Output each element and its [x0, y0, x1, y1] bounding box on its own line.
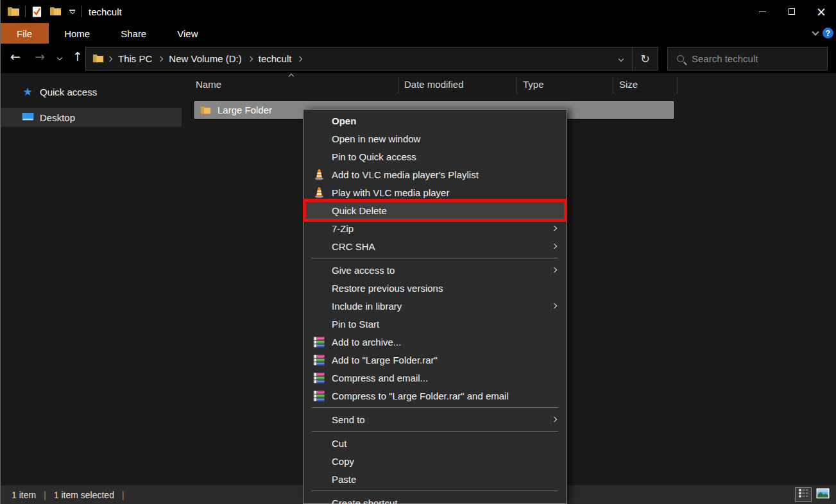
context-menu-item-label: CRC SHA: [332, 241, 375, 252]
context-menu-item-add-to-archive[interactable]: Add to archive...: [303, 333, 567, 351]
breadcrumb-item[interactable]: This PC: [115, 53, 155, 64]
context-menu: OpenOpen in new windowPin to Quick acces…: [303, 109, 567, 504]
context-menu-item-pin-to-quick-access[interactable]: Pin to Quick access: [303, 147, 567, 165]
context-menu-item-7-zip[interactable]: 7-Zip: [303, 219, 567, 237]
column-divider[interactable]: [398, 77, 398, 94]
sidebar-item-desktop[interactable]: Desktop: [0, 108, 182, 127]
help-icon[interactable]: ?: [823, 28, 833, 38]
context-menu-item-open[interactable]: Open: [303, 112, 567, 130]
context-menu-item-compress-to-large-folder-rar-and-email[interactable]: Compress to "Large Folder.rar" and email: [303, 387, 567, 405]
context-menu-item-label: Add to "Large Folder.rar": [332, 355, 438, 365]
address-bar[interactable]: This PC New Volume (D:) techcult ↻: [85, 47, 658, 71]
column-header-date-modified[interactable]: Date modified: [404, 73, 464, 95]
context-menu-item-label: Add to VLC media player's Playlist: [332, 169, 479, 180]
monitor-icon: [21, 112, 34, 122]
new-folder-icon[interactable]: [49, 6, 62, 16]
sort-ascending-icon: [289, 74, 294, 79]
context-menu-item-restore-previous-versions[interactable]: Restore previous versions: [303, 279, 567, 297]
context-menu-separator: [312, 491, 558, 491]
column-divider[interactable]: [677, 77, 678, 94]
star-icon: ★: [21, 85, 34, 98]
back-button[interactable]: ←: [10, 49, 21, 63]
winrar-books-icon: [312, 335, 325, 348]
context-menu-item-label: Pin to Start: [332, 319, 379, 330]
context-menu-item-cut[interactable]: Cut: [303, 434, 567, 452]
context-menu-item-send-to[interactable]: Send to: [303, 410, 567, 428]
column-header-name[interactable]: Name: [196, 73, 221, 95]
winrar-books-icon: [312, 389, 325, 402]
tab-view[interactable]: View: [162, 23, 213, 44]
context-menu-item-add-to-large-folder-rar[interactable]: Add to "Large Folder.rar": [303, 351, 567, 369]
maximize-icon: [789, 8, 795, 15]
view-toggles: [795, 487, 831, 502]
address-folder-icon: [92, 54, 104, 63]
context-menu-item-label: Open in new window: [332, 133, 420, 144]
column-divider[interactable]: [613, 77, 613, 94]
properties-check-icon[interactable]: [31, 6, 43, 18]
column-divider[interactable]: [516, 77, 517, 94]
minimize-button[interactable]: [747, 0, 777, 23]
context-menu-item-pin-to-start[interactable]: Pin to Start: [303, 315, 567, 333]
context-menu-item-open-in-new-window[interactable]: Open in new window: [303, 130, 567, 147]
search-icon: [677, 55, 684, 62]
recent-locations-chevron-icon[interactable]: [57, 55, 62, 60]
context-menu-item-create-shortcut[interactable]: Create shortcut: [303, 494, 567, 504]
item-count: 1 item: [12, 490, 36, 500]
search-placeholder: Search techcult: [692, 53, 758, 64]
thumbnail-view-icon: [816, 488, 830, 501]
context-menu-item-paste[interactable]: Paste: [303, 470, 567, 488]
search-input[interactable]: Search techcult: [667, 47, 828, 71]
submenu-arrow-icon: [552, 303, 557, 308]
context-menu-item-give-access-to[interactable]: Give access to: [303, 261, 567, 279]
breadcrumb-item[interactable]: New Volume (D:): [166, 53, 244, 64]
context-menu-item-add-to-vlc-media-player-s-playlist[interactable]: Add to VLC media player's Playlist: [303, 165, 567, 183]
thumbnail-view-button[interactable]: [814, 487, 831, 502]
submenu-arrow-icon: [552, 244, 557, 249]
tab-file[interactable]: File: [0, 23, 49, 44]
winrar-books-icon: [312, 353, 325, 366]
maximize-button[interactable]: [777, 0, 806, 23]
context-menu-item-compress-and-email[interactable]: Compress and email...: [303, 369, 567, 387]
breadcrumb-chevron-icon: [107, 56, 112, 61]
forward-button[interactable]: →: [35, 49, 45, 63]
context-menu-item-label: Paste: [332, 474, 356, 485]
context-menu-item-crc-sha[interactable]: CRC SHA: [303, 237, 567, 255]
context-menu-item-label: Compress and email...: [332, 373, 428, 383]
context-menu-item-copy[interactable]: Copy: [303, 452, 567, 470]
file-name: Large Folder: [218, 105, 272, 115]
ribbon-tab-bar: File Home Share View: [0, 23, 836, 44]
submenu-arrow-icon: [552, 226, 557, 231]
details-view-icon: [798, 488, 809, 501]
context-menu-item-quick-delete[interactable]: Quick Delete: [303, 201, 567, 219]
context-menu-separator: [312, 431, 558, 432]
details-view-button[interactable]: [795, 487, 812, 502]
tab-home[interactable]: Home: [49, 23, 105, 44]
explorer-folder-icon: [7, 6, 20, 17]
close-icon: ×: [816, 6, 826, 18]
context-menu-item-include-in-library[interactable]: Include in library: [303, 297, 567, 315]
window-left-edge: [0, 0, 1, 504]
window-title: techcult: [89, 6, 122, 17]
close-button[interactable]: ×: [806, 0, 836, 23]
vlc-cone-icon: [312, 186, 325, 199]
status-divider: |: [44, 490, 46, 500]
sidebar-item-quick-access[interactable]: ★ Quick access: [0, 82, 182, 101]
titlebar-divider: [81, 6, 82, 17]
up-button[interactable]: ↑: [73, 49, 83, 63]
column-header-type[interactable]: Type: [523, 73, 544, 95]
titlebar-divider: [25, 6, 26, 17]
sidebar-item-label: Quick access: [40, 87, 97, 97]
submenu-arrow-icon: [552, 267, 557, 273]
context-menu-item-label: Give access to: [332, 265, 395, 276]
address-dropdown-chevron-icon[interactable]: [618, 56, 624, 61]
refresh-icon[interactable]: ↻: [640, 52, 650, 65]
folder-icon: [200, 106, 211, 115]
breadcrumb-item[interactable]: techcult: [256, 53, 294, 64]
column-header-size[interactable]: Size: [619, 73, 638, 95]
selection-count: 1 item selected: [54, 490, 114, 500]
tab-share[interactable]: Share: [105, 23, 162, 44]
context-menu-item-play-with-vlc-media-player[interactable]: Play with VLC media player: [303, 183, 567, 201]
customize-toolbar-chevron-icon[interactable]: [69, 10, 75, 13]
context-menu-item-label: Send to: [332, 414, 365, 425]
submenu-arrow-icon: [552, 417, 557, 422]
